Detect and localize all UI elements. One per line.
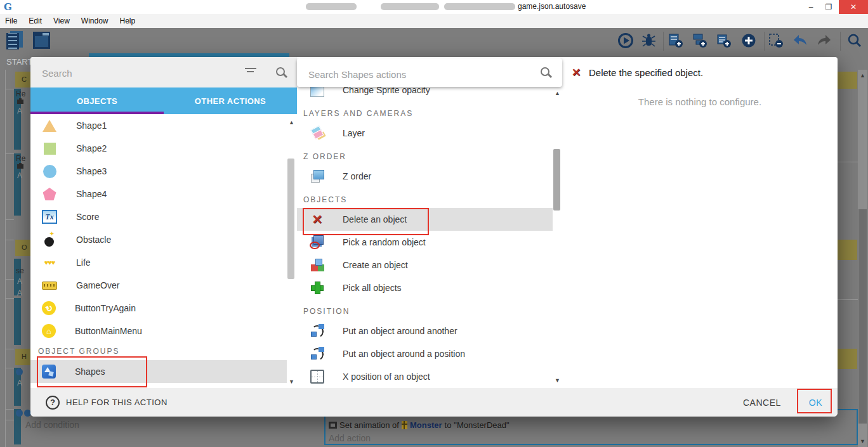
- action-row-x-position-of-an-object[interactable]: X position of an object: [297, 365, 553, 388]
- object-search-bar: [30, 57, 297, 87]
- pick-random-icon: [310, 235, 325, 250]
- comment-block[interactable]: H: [15, 349, 30, 365]
- section-header: Z ORDER: [297, 145, 553, 165]
- menu-window[interactable]: Window: [81, 16, 109, 25]
- search-icon[interactable]: [846, 32, 863, 49]
- add-subevent-icon[interactable]: [692, 32, 708, 49]
- action-row-layer[interactable]: Layer: [297, 122, 553, 145]
- minimize-button[interactable]: –: [802, 0, 820, 14]
- action-search-bar: [297, 58, 562, 87]
- text-object-icon: [42, 210, 57, 224]
- remove-event-icon[interactable]: [768, 32, 784, 49]
- redo-icon[interactable]: [816, 32, 832, 49]
- event-tree-guide: [5, 70, 6, 447]
- create-object-icon: [310, 257, 325, 273]
- add-event-icon[interactable]: [667, 32, 684, 49]
- object-row-buttontryagain[interactable]: ButtonTryAgain: [30, 297, 287, 320]
- close-button[interactable]: ✕: [839, 0, 868, 14]
- object-list-scrollbar-thumb[interactable]: [287, 159, 294, 279]
- tab-other-actions[interactable]: OTHER ACTIONS: [164, 87, 297, 114]
- label: GameOver: [76, 280, 119, 290]
- scroll-down-icon[interactable]: ▼: [289, 379, 294, 385]
- object-row-shape3[interactable]: Shape3: [30, 160, 287, 183]
- pentagon-icon: [42, 186, 57, 202]
- monster-object-icon: [402, 421, 407, 429]
- section-header: LAYERS AND CAMERAS: [297, 101, 553, 122]
- action-row-z-order[interactable]: Z order: [297, 165, 553, 188]
- object-row-life[interactable]: Life: [30, 251, 287, 274]
- add-action-link[interactable]: Add action: [329, 433, 371, 443]
- scene-window-icon[interactable]: [32, 31, 52, 50]
- label: Put an object around a position: [343, 349, 465, 359]
- label: Shape3: [76, 166, 107, 176]
- scroll-up-icon[interactable]: ▲: [289, 119, 294, 126]
- object-row-shape2[interactable]: Shape2: [30, 137, 287, 160]
- set-animation-icon: [329, 422, 337, 429]
- object-row-buttonmainmenu[interactable]: ButtonMainMenu: [30, 320, 287, 342]
- scroll-down-icon[interactable]: ▼: [555, 377, 560, 384]
- object-row-score[interactable]: Score: [30, 205, 287, 228]
- project-manager-icon[interactable]: [5, 31, 25, 50]
- action-row-put-an-object-around-a-position[interactable]: Put an object around a position: [297, 342, 553, 365]
- action-list-scrollbar-thumb[interactable]: [553, 149, 560, 211]
- label: Life: [76, 257, 91, 268]
- help-link[interactable]: HELP FOR THIS ACTION: [46, 396, 168, 410]
- event-text-fragment: A: [17, 379, 22, 387]
- behavior-icon: [16, 368, 23, 375]
- choose-action-dialog: OBJECTS OTHER ACTIONS Shape1Shape2Shape3…: [30, 57, 838, 417]
- debug-icon[interactable]: [640, 32, 657, 49]
- label: Obstacle: [76, 235, 111, 245]
- comment-block[interactable]: O: [15, 240, 30, 256]
- layer-icon: [310, 126, 325, 141]
- action-row-put-an-object-around-another[interactable]: Put an object around another: [297, 320, 553, 342]
- scroll-up-icon[interactable]: ▲: [860, 72, 865, 79]
- add-condition-link[interactable]: Add condition: [25, 420, 79, 430]
- event-sheet-scrollbar-thumb[interactable]: [858, 209, 867, 424]
- tab-objects[interactable]: OBJECTS: [30, 87, 164, 114]
- object-row-obstacle[interactable]: Obstacle: [30, 228, 287, 251]
- object-row-gameover[interactable]: GameOver: [30, 274, 287, 297]
- annotation-rect-shapes-group: [37, 356, 147, 387]
- x-position-icon: [310, 369, 325, 384]
- object-row-shape1[interactable]: Shape1: [30, 114, 287, 137]
- z-order-icon: [310, 169, 325, 184]
- comment-block[interactable]: [838, 72, 857, 89]
- action-text: to: [445, 420, 452, 430]
- comment-block[interactable]: [838, 240, 857, 260]
- section-header: POSITION: [297, 299, 553, 320]
- event-action-row[interactable]: Set animation of Monster to "MonsterDead…: [329, 419, 510, 431]
- empty-config-message: There is nothing to configure.: [562, 96, 838, 107]
- home-button-icon: [42, 324, 56, 338]
- cancel-button[interactable]: CANCEL: [743, 398, 781, 408]
- menu-edit[interactable]: Edit: [29, 16, 42, 25]
- around-object-icon: [310, 323, 325, 339]
- comment-block[interactable]: [838, 349, 857, 369]
- action-description: Delete the specified object.: [589, 67, 703, 78]
- add-circle-icon[interactable]: [740, 32, 757, 49]
- scroll-up-icon[interactable]: ▲: [555, 90, 560, 96]
- scroll-down-icon[interactable]: ▼: [860, 438, 865, 444]
- add-comment-icon[interactable]: [716, 32, 732, 49]
- action-row-pick-all-objects[interactable]: Pick all objects: [297, 276, 553, 299]
- comment-block[interactable]: C: [15, 72, 30, 87]
- label: Shape1: [76, 120, 107, 131]
- menu-file[interactable]: File: [5, 16, 17, 25]
- maximize-button[interactable]: ❐: [820, 0, 838, 14]
- window-title: game.json.autosave: [518, 2, 586, 11]
- label: Layer: [343, 128, 365, 138]
- action-search-input[interactable]: [307, 65, 494, 83]
- menu-help[interactable]: Help: [120, 16, 136, 25]
- menu-view[interactable]: View: [53, 16, 70, 25]
- play-icon[interactable]: [617, 32, 634, 49]
- label: Pick all objects: [343, 283, 402, 293]
- action-value: "MonsterDead": [454, 420, 509, 430]
- help-label: HELP FOR THIS ACTION: [66, 398, 168, 407]
- object-search-input[interactable]: [41, 64, 227, 82]
- undo-icon[interactable]: [792, 32, 808, 49]
- app-window: G game.json.autosave – ❐ ✕ FileEditViewW…: [0, 0, 868, 447]
- dialog-footer: HELP FOR THIS ACTION CANCEL OK: [30, 388, 838, 417]
- object-row-shape4[interactable]: Shape4: [30, 183, 287, 205]
- scene-tab-label[interactable]: START: [6, 57, 32, 67]
- banner-icon: [42, 278, 57, 293]
- action-row-create-an-object[interactable]: Create an object: [297, 254, 553, 276]
